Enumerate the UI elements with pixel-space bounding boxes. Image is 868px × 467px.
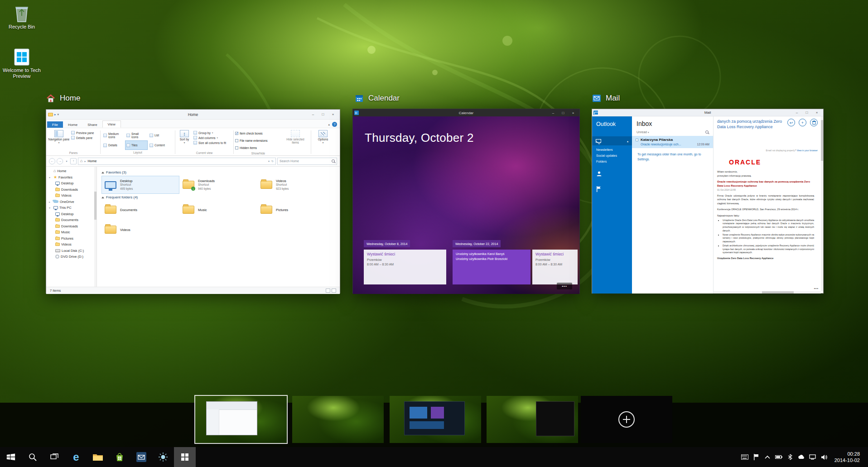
calendar-window-preview[interactable]: Calendar – □ × Thursday, October 2 Wedne… [352,109,580,294]
file-tile-desktop[interactable]: Desktop Shortcut 495 bytes [101,176,179,194]
tree-item-home[interactable]: ⌂ Home [46,168,96,174]
mail-window-preview[interactable]: Mail – □ × Outlook ▴ Newsletters Social … [592,109,824,294]
expander-icon[interactable]: ▾ [49,176,52,179]
view-in-browser-link[interactable]: View in your browser [797,149,818,152]
group-header-favorites[interactable]: Favorites (3) [101,170,335,174]
forward-button[interactable]: → [57,158,63,164]
onedrive-cloud-icon[interactable] [798,453,805,461]
desktop-thumbnail-3[interactable] [390,396,481,443]
desktop-icon-welcome[interactable]: Welcome to Tech Preview [0,48,43,79]
folder-tile-music[interactable]: Music [179,201,257,219]
bluetooth-icon[interactable] [786,453,794,461]
touch-keyboard-icon[interactable] [741,453,748,461]
tree-item-local-disk[interactable]: Local Disk (C:) [46,248,96,254]
collapse-chevron-icon[interactable]: ▴ [627,140,628,143]
reading-pane-scrollbar[interactable] [821,116,823,291]
refresh-icon[interactable]: ↻ [271,159,274,163]
filter-dropdown-icon[interactable]: ▾ [648,131,649,134]
small-icons-button[interactable]: Small icons [125,130,148,140]
explorer-window-preview[interactable]: ▸ ▾ Home – □ × File Home Share View ▴ ? [46,109,340,294]
item-check-boxes-checkbox[interactable]: Item check boxes [235,130,281,136]
address-bar[interactable]: ⌂ ▸ Home ▾ ↻ [78,158,276,165]
respond-button[interactable]: ↩ [787,119,795,126]
tree-item-videos[interactable]: Videos [46,193,96,199]
store-button[interactable] [109,447,130,467]
tab-view[interactable]: View [102,120,121,128]
taskbar-clock[interactable]: 00:28 2014-10-02 [832,451,865,464]
recent-locations-icon[interactable]: ▾ [64,158,69,164]
mail-search-icon[interactable] [705,130,709,134]
desktop-thumbnail-4[interactable] [487,396,578,443]
calendar-event-card[interactable]: Wystawić śmieci Przemków 8:00 AM – 8:30 … [532,250,578,284]
battery-icon[interactable] [775,453,782,461]
details-view-toggle-icon[interactable] [326,289,330,293]
calendar-more-button[interactable]: ••• [557,283,572,289]
volume-icon[interactable] [820,453,828,461]
tab-file[interactable]: File [47,121,63,128]
task-view-button[interactable] [43,447,65,467]
address-dropdown-icon[interactable]: ▾ [268,159,270,163]
group-header-frequent-folders[interactable]: Frequent folders (4) [101,195,335,199]
tree-item-pc-desktop[interactable]: Desktop [46,211,96,217]
file-name-extensions-checkbox[interactable]: File name extensions [235,138,281,144]
tree-item-onedrive[interactable]: ▸ OneDrive [46,199,96,205]
mail-appbar-dots[interactable]: ••• [814,287,819,290]
filter-unread[interactable]: Unread [637,130,647,134]
minimize-ribbon-icon[interactable]: ▴ [328,123,330,126]
file-tile-downloads[interactable]: ↓ Downloads Shortcut 940 bytes [179,176,257,194]
calendar-event-card-birthdays[interactable]: Urodziny użytkownika Karol Banyś Urodzin… [453,250,530,284]
desktop-thumbnail-2[interactable] [292,396,384,443]
tiles-view-button[interactable]: Tiles [125,140,148,150]
navigation-pane-button[interactable]: Navigation pane ▾ [48,129,70,144]
thumbnail-view-toggle-icon[interactable] [332,289,336,293]
task-view-active-button[interactable] [174,447,196,467]
action-center-flag-icon[interactable] [752,453,760,461]
file-tile-videos[interactable]: Videos Shortcut 923 bytes [257,176,335,194]
tab-home[interactable]: Home [63,121,82,128]
network-icon[interactable] [809,453,816,461]
expander-icon[interactable]: ▾ [49,206,52,209]
explorer-search-input[interactable] [280,159,330,163]
sidebar-item-folders[interactable]: Folders [592,157,632,163]
tree-item-pc-pictures[interactable]: Pictures [46,236,96,242]
tree-item-downloads[interactable]: Downloads [46,187,96,193]
calendar-event-card[interactable]: Wystawić śmieci Przemków 8:00 AM – 8:30 … [364,250,446,284]
search-icon[interactable] [332,159,335,163]
sidebar-item-newsletters[interactable]: Newsletters [592,145,632,151]
explorer-search-box[interactable] [277,158,337,165]
desktop-thumbnail-1[interactable] [195,396,287,443]
internet-explorer-button[interactable]: e [65,447,87,467]
up-button[interactable]: ↑ [70,158,77,164]
back-button[interactable]: ← [49,158,55,164]
search-button[interactable] [22,447,43,467]
sort-by-button[interactable]: Sort by ▾ [177,129,192,144]
hidden-items-checkbox[interactable]: Hidden items [235,145,281,151]
medium-icons-button[interactable]: Medium icons [102,130,125,140]
options-button[interactable]: Options ▾ [313,129,333,144]
navigation-scrollbar[interactable] [94,167,96,287]
preview-pane-button[interactable]: Preview pane [71,131,94,135]
mail-folder-selected[interactable]: ▴ [592,136,632,145]
quick-access-customize-icon[interactable]: ▾ [58,113,59,116]
tree-item-pc-documents[interactable]: Documents [46,217,96,223]
size-columns-button[interactable]: Size all columns to fit [193,141,226,144]
mail-button[interactable] [130,447,152,467]
folder-tile-videos[interactable]: Videos [101,221,179,239]
tree-item-pc-videos[interactable]: Videos [46,241,96,248]
add-columns-button[interactable]: Add columns ▾ [193,136,226,140]
reading-pane-hscrollbar[interactable] [714,291,821,294]
tree-item-favorites[interactable]: ▾ ★ Favorites [46,174,96,181]
sidebar-item-social-updates[interactable]: Social updates [592,151,632,157]
content-view-button[interactable]: Content [148,140,171,150]
hidden-icons-chevron[interactable] [764,453,771,461]
folder-tile-pictures[interactable]: Pictures [257,201,335,219]
tree-item-dvd-drive[interactable]: DVD Drive (D:) [46,254,96,260]
folder-tile-documents[interactable]: Documents [101,201,179,219]
details-pane-button[interactable]: Details pane [71,136,94,140]
new-mail-button[interactable]: + [799,119,806,126]
add-desktop-button[interactable] [581,396,672,443]
tree-item-pc-downloads[interactable]: Downloads [46,223,96,230]
quick-access-toolbar-icon[interactable]: ▸ [54,113,56,116]
expander-icon[interactable]: ▸ [49,200,52,203]
delete-button[interactable] [810,119,818,126]
